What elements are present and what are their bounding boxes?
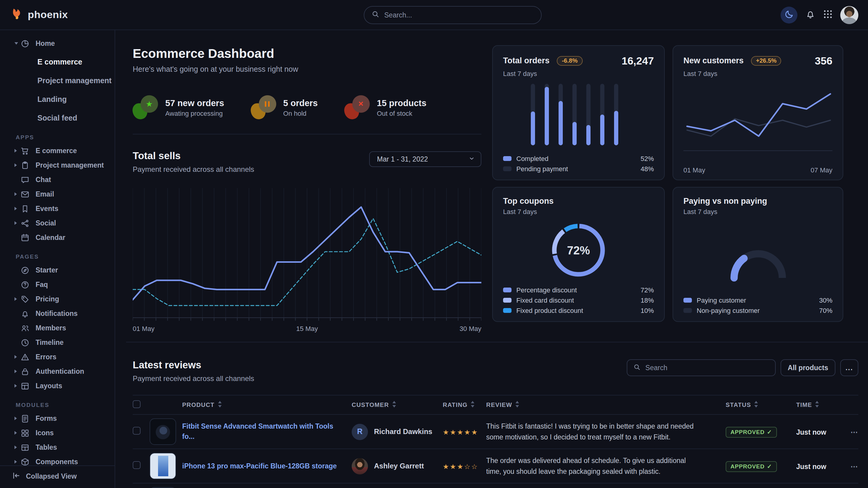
reviews-search[interactable] — [627, 359, 776, 376]
product-link[interactable]: Fitbit Sense Advanced Smartwatch with To… — [182, 422, 342, 442]
sidebar-item-chat[interactable]: Chat — [0, 172, 115, 187]
stat-on-hold: 5 ordersOn hold — [251, 95, 318, 119]
column-header-product[interactable]: PRODUCT — [182, 401, 352, 409]
sidebar-item-home[interactable]: Home — [0, 36, 115, 51]
moon-icon — [784, 9, 794, 20]
sidebar-item-starter[interactable]: Starter — [0, 263, 115, 277]
sidebar-item-email[interactable]: Email — [0, 187, 115, 201]
table-row: Fitbit Sense Advanced Smartwatch with To… — [133, 414, 858, 449]
apps-grid-button[interactable] — [824, 9, 832, 20]
check-icon: ✓ — [767, 429, 772, 435]
row-actions-button[interactable]: ⋯ — [850, 462, 858, 471]
sidebar: HomeE commerceProject managementLandingS… — [0, 30, 115, 488]
sidebar-item-e-commerce[interactable]: E commerce — [0, 55, 115, 69]
calendar-icon — [21, 233, 30, 242]
navbar-search-input[interactable] — [384, 11, 534, 19]
navbar-search[interactable] — [364, 6, 542, 24]
column-header-time[interactable]: TIME — [796, 401, 841, 409]
user-avatar[interactable] — [840, 6, 858, 24]
card-value: 356 — [815, 55, 832, 67]
new-customers-line-chart — [683, 86, 832, 155]
column-header-label: TIME — [796, 401, 841, 409]
chevron-right-icon — [14, 446, 21, 449]
sidebar-item-project-management[interactable]: Project management — [0, 158, 115, 172]
sidebar-item-events[interactable]: Events — [0, 201, 115, 216]
app: phoenix — [0, 0, 868, 488]
chevron-right-icon — [14, 369, 21, 373]
more-options-button[interactable]: ... — [840, 359, 858, 376]
sidebar-item-e-commerce[interactable]: E commerce — [0, 143, 115, 158]
card-period: Last 7 days — [683, 208, 832, 215]
avatar[interactable] — [352, 458, 368, 474]
sidebar-item-authentication[interactable]: Authentication — [0, 364, 115, 379]
row-review-cell: The order was delivered ahead of schedul… — [486, 455, 726, 477]
brand[interactable]: phoenix — [10, 7, 68, 23]
legend-value: 18% — [641, 296, 654, 303]
row-checkbox[interactable] — [133, 427, 141, 435]
sidebar-item-label: Project management — [36, 162, 104, 169]
stat-out-of-stock: ✕15 productsOut of stock — [344, 95, 427, 119]
sidebar-item-notifications[interactable]: Notifications — [0, 306, 115, 321]
bookmark-icon — [21, 204, 30, 214]
sidebar-item-icons[interactable]: Icons — [0, 426, 115, 440]
time-value: Just now — [796, 463, 826, 470]
stat-value: 15 products — [377, 98, 427, 108]
reviews-search-input[interactable] — [645, 364, 769, 371]
theme-toggle-button[interactable] — [780, 6, 798, 23]
total-orders-bar-chart — [527, 82, 630, 149]
legend-row: Fixed card discount18% — [503, 295, 654, 305]
sidebar-item-timeline[interactable]: Timeline — [0, 335, 115, 350]
legend-row: Paying customer30% — [683, 295, 832, 305]
column-header-customer[interactable]: CUSTOMER — [352, 401, 443, 409]
sidebar-item-tables[interactable]: Tables — [0, 440, 115, 455]
sidebar-item-faq[interactable]: Faq — [0, 277, 115, 292]
sidebar-item-social[interactable]: Social — [0, 216, 115, 230]
reviews-table: PRODUCTCUSTOMERRATINGREVIEWSTATUSTIMEFit… — [133, 395, 858, 488]
column-header-status[interactable]: STATUS — [726, 401, 796, 409]
sidebar-item-project-management[interactable]: Project management — [0, 73, 115, 88]
delta-badge: -6.8% — [557, 56, 582, 65]
legend-swatch — [503, 156, 512, 161]
sidebar-item-landing[interactable]: Landing — [0, 92, 115, 107]
sidebar-item-pricing[interactable]: Pricing — [0, 292, 115, 306]
column-header-review[interactable]: REVIEW — [486, 401, 726, 409]
sidebar-item-members[interactable]: Members — [0, 321, 115, 335]
sidebar-item-errors[interactable]: Errors — [0, 350, 115, 364]
product-link[interactable]: iPhone 13 pro max-Pacific Blue-128GB sto… — [182, 461, 342, 471]
select-all-checkbox[interactable] — [133, 400, 141, 408]
sidebar-item-calendar[interactable]: Calendar — [0, 230, 115, 245]
latest-reviews-title: Latest reviews — [133, 359, 254, 371]
sidebar-item-label: Calendar — [36, 234, 65, 241]
header-checkbox-cell — [133, 399, 150, 410]
latest-reviews-subtitle: Payment received across all channels — [133, 375, 254, 383]
row-actions-cell: ⋯ — [841, 426, 858, 437]
new-customers-x-axis: 01 May 07 May — [683, 164, 832, 174]
row-review-cell: This Fitbit is fantastic! I was trying t… — [486, 421, 726, 443]
total-sells-subtitle: Payment received across all channels — [133, 165, 254, 174]
date-range-select[interactable]: Mar 1 - 31, 2022 — [369, 151, 482, 167]
sidebar-item-layouts[interactable]: Layouts — [0, 379, 115, 393]
sidebar-item-label: Members — [36, 324, 66, 331]
row-checkbox[interactable] — [133, 461, 141, 469]
row-actions-button[interactable]: ⋯ — [850, 428, 858, 436]
row-rating-cell: ★★★★★ — [443, 426, 486, 437]
stat-glyph: ★ — [133, 95, 158, 119]
paying-vs-nonpaying-card: Paying vs non paying Last 7 days Paying … — [673, 187, 843, 322]
collapsed-view-toggle[interactable]: Collapsed View — [0, 465, 115, 488]
review-text: This Fitbit is fantastic! I was trying t… — [486, 421, 695, 443]
chevron-right-icon — [14, 207, 21, 210]
notifications-button[interactable] — [805, 9, 815, 21]
paying-gauge-chart — [707, 226, 809, 284]
sidebar-item-social-feed[interactable]: Social feed — [0, 111, 115, 125]
all-products-button[interactable]: All products — [780, 359, 835, 376]
sort-icon — [470, 401, 475, 409]
stat-badge-circle: ✕ — [352, 95, 370, 113]
row-image-cell — [150, 418, 182, 445]
sidebar-item-label: Social feed — [37, 114, 77, 122]
avatar[interactable]: R — [352, 423, 368, 440]
status-badge: APPROVED✓ — [726, 427, 777, 438]
legend-swatch — [503, 297, 512, 302]
sidebar-item-forms[interactable]: Forms — [0, 411, 115, 426]
sort-icon — [515, 401, 519, 409]
column-header-rating[interactable]: RATING — [443, 401, 486, 409]
